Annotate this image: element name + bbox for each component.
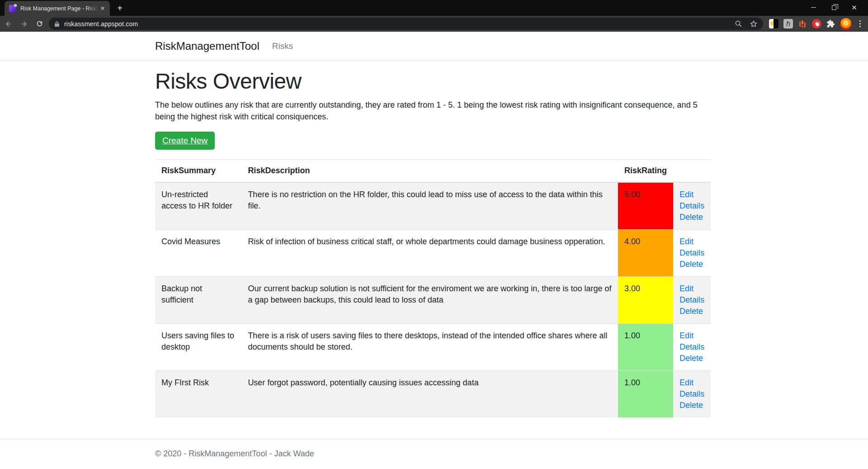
omnibox-actions	[735, 18, 758, 30]
delete-link[interactable]: Delete	[679, 259, 704, 270]
risk-description-cell: There is no restriction on the HR folder…	[241, 182, 618, 230]
risk-rating-cell: 4.00	[618, 230, 673, 277]
nav-link-risks[interactable]: Risks	[272, 41, 293, 51]
risk-rating-cell: 3.00	[618, 277, 673, 324]
site-footer: © 2020 - RiskManagementTool - Jack Wade	[0, 439, 868, 469]
details-link[interactable]: Details	[679, 341, 704, 353]
delete-link[interactable]: Delete	[679, 306, 704, 317]
close-button[interactable]: ✕	[844, 0, 864, 15]
risk-rating-cell: 5.00	[618, 182, 673, 230]
table-row: Un-restricted access to HR folder There …	[155, 182, 711, 230]
bookmark-star-icon[interactable]	[750, 20, 758, 28]
hand-icon	[814, 21, 820, 27]
row-actions-cell: Edit Details Delete	[673, 182, 711, 230]
row-actions-cell: Edit Details Delete	[673, 277, 711, 324]
edit-link[interactable]: Edit	[679, 283, 704, 294]
forward-button[interactable]	[17, 18, 31, 30]
table-row: Covid Measures Risk of infection of busi…	[155, 230, 711, 277]
new-tab-button[interactable]: +	[115, 4, 125, 14]
page-description: The below outlines any risk that are cur…	[155, 99, 702, 123]
url-text: riskassment.appspot.com	[64, 20, 138, 28]
risk-description-cell: Risk of infection of business critical s…	[241, 230, 618, 277]
forward-icon	[20, 20, 28, 28]
row-actions-cell: Edit Details Delete	[673, 230, 711, 277]
table-row: Backup not sufficient Our current backup…	[155, 277, 711, 324]
restore-icon	[832, 5, 836, 10]
row-actions-cell: Edit Details Delete	[673, 371, 711, 418]
equalizer-extension-icon[interactable]	[798, 19, 807, 28]
risk-summary-cell: Un-restricted access to HR folder	[155, 182, 241, 230]
blocker-extension-icon[interactable]	[812, 19, 821, 28]
extension-cluster: ℏ	[769, 17, 863, 30]
back-icon	[5, 20, 13, 28]
delete-link[interactable]: Delete	[679, 353, 704, 364]
minimize-button[interactable]	[803, 0, 824, 15]
table-row: Users saving files to desktop There is a…	[155, 324, 711, 371]
risk-summary-cell: Backup not sufficient	[155, 277, 241, 324]
address-bar[interactable]: riskassment.appspot.com	[49, 18, 763, 30]
minimize-icon	[811, 7, 816, 8]
edit-link[interactable]: Edit	[679, 236, 704, 247]
risk-description-cell: User forgot password, potentially causin…	[241, 371, 618, 418]
tab-strip: Risk Management Page - RiskMa ✕ + ✕	[0, 0, 868, 16]
column-header-risk-description: RiskDescription	[241, 160, 618, 183]
risk-summary-cell: My FIrst Risk	[155, 371, 241, 418]
tab-title: Risk Management Page - RiskMa	[20, 5, 98, 12]
window-controls: ✕	[803, 0, 864, 15]
brand-link[interactable]: RiskManagementTool	[155, 40, 259, 52]
risk-rating-cell: 1.00	[618, 371, 673, 418]
risk-description-cell: Our current backup solution is not suffi…	[241, 277, 618, 324]
column-header-risk-summary: RiskSummary	[155, 160, 241, 183]
browser-chrome: Risk Management Page - RiskMa ✕ + ✕ risk…	[0, 0, 868, 32]
reload-button[interactable]	[33, 18, 46, 30]
risk-description-cell: There is a risk of users saving files to…	[241, 324, 618, 371]
footer-copyright: © 2020 - RiskManagementTool - Jack Wade	[155, 449, 868, 459]
details-link[interactable]: Details	[679, 294, 704, 306]
site-navbar: RiskManagementTool Risks	[0, 32, 868, 61]
risk-rating-cell: 1.00	[618, 324, 673, 371]
delete-link[interactable]: Delete	[679, 400, 704, 411]
page-title: Risks Overview	[155, 69, 711, 94]
table-row: My FIrst Risk User forgot password, pote…	[155, 371, 711, 418]
tab-close-icon[interactable]: ✕	[99, 5, 106, 12]
details-link[interactable]: Details	[679, 247, 704, 259]
edit-link[interactable]: Edit	[679, 377, 704, 388]
site-favicon-icon	[9, 5, 16, 12]
create-new-button[interactable]: Create New	[155, 132, 215, 150]
browser-toolbar: riskassment.appspot.com ℏ	[0, 16, 868, 32]
zoom-icon[interactable]	[735, 20, 742, 28]
edit-link[interactable]: Edit	[679, 330, 704, 341]
risks-table: RiskSummary RiskDescription RiskRating U…	[155, 159, 711, 417]
restore-button[interactable]	[824, 0, 844, 15]
browser-menu-button[interactable]	[857, 20, 863, 27]
table-header-row: RiskSummary RiskDescription RiskRating	[155, 160, 711, 183]
lightbulb-extension-icon[interactable]	[769, 19, 778, 28]
profile-avatar[interactable]	[840, 18, 852, 30]
details-link[interactable]: Details	[679, 388, 704, 400]
risk-summary-cell: Covid Measures	[155, 230, 241, 277]
honey-extension-icon[interactable]: ℏ	[783, 19, 793, 28]
back-button[interactable]	[2, 18, 15, 30]
row-actions-cell: Edit Details Delete	[673, 324, 711, 371]
browser-tab[interactable]: Risk Management Page - RiskMa ✕	[5, 1, 110, 16]
delete-link[interactable]: Delete	[679, 212, 704, 223]
lock-icon	[54, 21, 60, 27]
extensions-puzzle-icon[interactable]	[826, 19, 835, 28]
column-header-risk-rating: RiskRating	[618, 160, 673, 183]
edit-link[interactable]: Edit	[679, 189, 704, 200]
details-link[interactable]: Details	[679, 200, 704, 212]
main-content: Risks Overview The below outlines any ri…	[155, 61, 711, 417]
column-header-actions	[673, 160, 711, 183]
reload-icon	[36, 20, 43, 28]
risk-summary-cell: Users saving files to desktop	[155, 324, 241, 371]
